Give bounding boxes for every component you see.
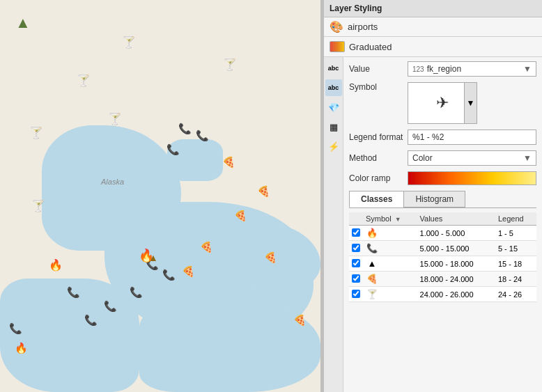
map-icon: 🍸 bbox=[108, 112, 122, 125]
map-icon: 📞 bbox=[9, 322, 22, 335]
map-icon: 📞 bbox=[167, 143, 180, 156]
col-symbol: Symbol ▼ bbox=[363, 212, 417, 226]
map-icon: 🍕 bbox=[293, 314, 307, 327]
map-icon: 🍕 bbox=[200, 241, 213, 253]
legend-format-value: %1 - %2 bbox=[412, 132, 444, 142]
layer-type-label: Graduated bbox=[349, 42, 392, 52]
value-label: Value bbox=[349, 64, 405, 74]
side-tab-gem[interactable]: 💎 bbox=[325, 99, 342, 116]
side-tab-abc1[interactable]: abc bbox=[325, 60, 342, 77]
map-icon: 🍸 bbox=[122, 36, 136, 49]
class-values-1: 5.000 - 15.000 bbox=[417, 241, 495, 256]
value-dropdown-arrow[interactable]: ▼ bbox=[523, 64, 532, 74]
map-icon: 🍕 bbox=[264, 251, 277, 264]
map-icon: 🍕 bbox=[182, 265, 195, 278]
col-values: Values bbox=[417, 212, 495, 226]
map-icon: 📞 bbox=[178, 123, 192, 135]
table-row: 🍸 24.000 - 26.000 24 - 26 bbox=[349, 287, 536, 302]
side-tab-abc2[interactable]: abc bbox=[325, 79, 342, 96]
map-icon: 🍕 bbox=[234, 210, 247, 222]
color-ramp-swatch[interactable] bbox=[408, 171, 536, 185]
classes-tbody: 🔥 1.000 - 5.000 1 - 5 📞 5.000 - 15.000 5… bbox=[349, 226, 536, 302]
value-field-text: fk_region bbox=[427, 64, 461, 74]
value-field[interactable]: 123 fk_region ▼ bbox=[408, 61, 536, 77]
method-label: Method bbox=[349, 153, 405, 163]
map-icon: 🍕 bbox=[222, 156, 235, 168]
class-values-0: 1.000 - 5.000 bbox=[417, 226, 495, 241]
class-icon-0: 🔥 bbox=[366, 228, 378, 238]
map-icon: 📞 bbox=[67, 286, 80, 299]
class-icon-3: 🍕 bbox=[366, 274, 378, 284]
table-row: 📞 5.000 - 15.000 5 - 15 bbox=[349, 241, 536, 256]
class-legend-4: 24 - 26 bbox=[495, 287, 536, 302]
map-icon: 📞 bbox=[104, 300, 117, 313]
symbol-sort-icon[interactable]: ▼ bbox=[395, 216, 401, 223]
table-row: ▲ 15.000 - 18.000 15 - 18 bbox=[349, 256, 536, 272]
legend-format-field[interactable]: %1 - %2 bbox=[408, 130, 536, 145]
main-content: Value 123 fk_region ▼ Symbol ✈ ▼ Legend … bbox=[343, 57, 542, 392]
class-legend-1: 5 - 15 bbox=[495, 241, 536, 256]
class-legend-0: 1 - 5 bbox=[495, 226, 536, 241]
layer-header: 🎨 airports bbox=[324, 17, 542, 37]
class-values-4: 24.000 - 26.000 bbox=[417, 287, 495, 302]
symbol-dropdown-btn[interactable]: ▼ bbox=[464, 83, 477, 123]
class-legend-2: 15 - 18 bbox=[495, 256, 536, 272]
nav-arrow: ▲ bbox=[15, 14, 31, 32]
method-value: Color bbox=[412, 153, 433, 163]
graduated-icon bbox=[330, 41, 345, 52]
map-icon: 🍸 bbox=[31, 199, 45, 212]
symbol-row: Symbol ✈ ▼ bbox=[349, 82, 536, 124]
class-checkbox-0[interactable] bbox=[352, 228, 360, 237]
side-tabs: abc abc 💎 ▦ ⚡ bbox=[324, 57, 343, 392]
classes-table: Symbol ▼ Values Legend 🔥 1.000 - 5. bbox=[349, 212, 536, 302]
col-legend: Legend bbox=[495, 212, 536, 226]
class-checkbox-1[interactable] bbox=[352, 244, 360, 252]
paint-icon: 🎨 bbox=[330, 20, 343, 33]
map-icon: 🔥 bbox=[49, 258, 63, 272]
side-tab-grid[interactable]: ▦ bbox=[325, 118, 342, 135]
map-icon: 🔥 bbox=[15, 342, 28, 354]
map-icon: 🍸 bbox=[29, 126, 43, 139]
col-check bbox=[349, 212, 363, 226]
map-icon: 📞 bbox=[162, 269, 176, 281]
tab-histogram[interactable]: Histogram bbox=[403, 191, 465, 207]
map-icon: 🍕 bbox=[257, 185, 270, 198]
map-icon: 🍸 bbox=[77, 74, 91, 87]
method-row: Method Color ▼ bbox=[349, 150, 536, 166]
map-icon: 📞 bbox=[196, 130, 209, 142]
panel-title: Layer Styling bbox=[324, 0, 542, 17]
symbol-box[interactable]: ✈ ▼ bbox=[408, 82, 477, 124]
symbol-label: Symbol bbox=[349, 82, 405, 92]
map-icon: 📞 bbox=[84, 314, 98, 327]
layer-name-label: airports bbox=[348, 22, 378, 32]
map-icon: ▲ bbox=[148, 252, 158, 263]
class-icon-1: 📞 bbox=[366, 243, 378, 253]
airplane-symbol: ✈ bbox=[436, 94, 449, 112]
class-checkbox-4[interactable] bbox=[352, 290, 360, 298]
map-area[interactable]: ▲ Alaska 🍸 🍸 🍸 🍸 🍸 🍸 📞 📞 📞 📞 📞 📞 📞 📞 📞 📞… bbox=[0, 0, 320, 392]
class-checkbox-2[interactable] bbox=[352, 259, 360, 267]
method-field[interactable]: Color ▼ bbox=[408, 150, 536, 166]
tab-classes[interactable]: Classes bbox=[349, 191, 404, 207]
class-icon-2: ▲ bbox=[366, 258, 378, 269]
table-row: 🔥 1.000 - 5.000 1 - 5 bbox=[349, 226, 536, 241]
content-area: abc abc 💎 ▦ ⚡ Value 123 fk_region bbox=[324, 57, 542, 392]
side-tab-plugin[interactable]: ⚡ bbox=[325, 138, 342, 155]
legend-format-row: Legend format %1 - %2 bbox=[349, 130, 536, 145]
color-ramp-label: Color ramp bbox=[349, 173, 405, 183]
alaska-label: Alaska bbox=[101, 178, 124, 186]
tabs-row: Classes Histogram bbox=[349, 191, 536, 208]
class-legend-3: 18 - 24 bbox=[495, 272, 536, 287]
layer-type-row: Graduated bbox=[324, 37, 542, 57]
layer-styling-panel: Layer Styling 🎨 airports Graduated abc a… bbox=[323, 0, 542, 392]
method-dropdown-arrow[interactable]: ▼ bbox=[523, 153, 532, 163]
class-checkbox-3[interactable] bbox=[352, 274, 360, 283]
color-ramp-row: Color ramp bbox=[349, 171, 536, 185]
class-values-2: 15.000 - 18.000 bbox=[417, 256, 495, 272]
legend-format-label: Legend format bbox=[349, 132, 405, 142]
class-values-3: 18.000 - 24.000 bbox=[417, 272, 495, 287]
map-icon: 📞 bbox=[130, 286, 143, 299]
table-row: 🍕 18.000 - 24.000 18 - 24 bbox=[349, 272, 536, 287]
value-row: Value 123 fk_region ▼ bbox=[349, 61, 536, 77]
map-icon: 🍸 bbox=[223, 58, 237, 71]
